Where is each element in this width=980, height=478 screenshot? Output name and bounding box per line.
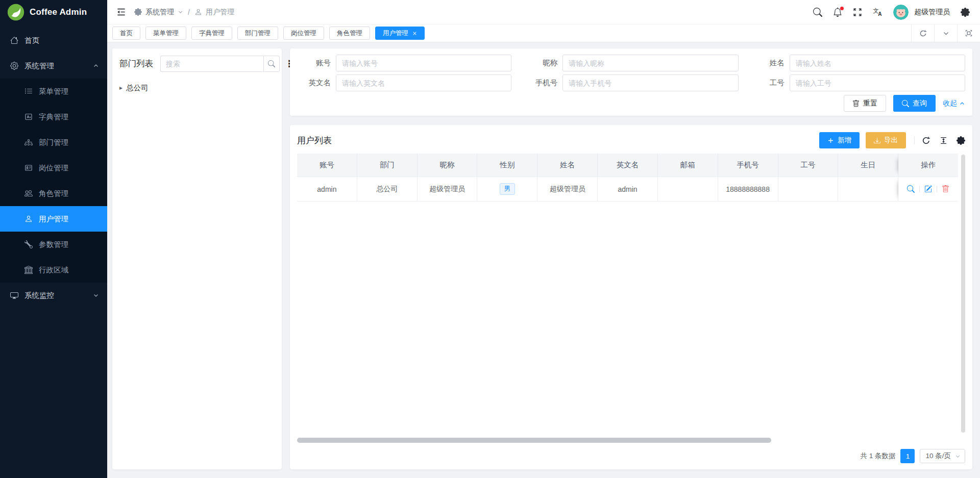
table-vertical-scrollbar[interactable] xyxy=(961,155,965,433)
settings-button[interactable] xyxy=(961,8,970,17)
sidebar-collapse-button[interactable] xyxy=(116,7,126,17)
tab-dept-management[interactable]: 部门管理 xyxy=(237,27,278,40)
column-settings-button[interactable] xyxy=(957,136,965,145)
department-search-button[interactable] xyxy=(263,56,280,72)
dictionary-icon xyxy=(24,113,33,121)
language-switch-button[interactable]: 文A xyxy=(873,7,883,17)
collapse-label: 收起 xyxy=(943,99,957,108)
id-badge-icon xyxy=(24,164,33,172)
chevron-up-icon xyxy=(959,100,965,107)
name-input[interactable] xyxy=(790,55,965,71)
tab-role-management[interactable]: 角色管理 xyxy=(329,27,370,40)
tab-user-management[interactable]: 用户管理 xyxy=(375,27,425,40)
refresh-table-button[interactable] xyxy=(922,136,930,145)
field-label: 工号 xyxy=(751,78,790,88)
breadcrumb-page: 用户管理 xyxy=(206,8,234,17)
search-icon xyxy=(902,100,909,107)
edit-icon xyxy=(924,185,932,193)
pagination-total: 共 1 条数据 xyxy=(860,451,895,461)
menu-fold-icon xyxy=(116,7,126,17)
chevron-down-icon xyxy=(93,292,99,298)
tree-expand-caret-icon[interactable]: ▸ xyxy=(119,84,122,91)
tab-post-management[interactable]: 岗位管理 xyxy=(283,27,324,40)
sidebar-item-admin-region[interactable]: 行政区域 xyxy=(0,257,107,283)
add-user-button[interactable]: 新增 xyxy=(819,132,860,148)
sidebar-item-param-management[interactable]: 参数管理 xyxy=(0,232,107,257)
sidebar-item-user-management[interactable]: 用户管理 xyxy=(0,206,107,232)
page-size-select[interactable]: 10 条/页 xyxy=(920,449,965,463)
user-avatar[interactable] xyxy=(893,5,909,20)
sidebar-item-role-management[interactable]: 角色管理 xyxy=(0,181,107,206)
cell-dept: 总公司 xyxy=(357,177,418,202)
refresh-tab-button[interactable] xyxy=(911,24,934,42)
tree-node-root[interactable]: ▸ 总公司 xyxy=(119,80,275,95)
gear-icon xyxy=(10,62,18,70)
cell-birthday xyxy=(838,177,898,202)
row-density-button[interactable] xyxy=(939,136,948,145)
sidebar-item-menu-management[interactable]: 菜单管理 xyxy=(0,79,107,104)
table-empty-area xyxy=(297,202,958,437)
field-label: 手机号 xyxy=(524,78,562,88)
horizontal-scrollbar-thumb[interactable] xyxy=(297,438,771,443)
english-name-input[interactable] xyxy=(336,74,511,91)
cell-name: 超级管理员 xyxy=(537,177,598,202)
export-label: 导出 xyxy=(884,136,898,145)
download-icon xyxy=(874,137,880,144)
chevron-down-icon xyxy=(955,454,961,459)
phone-input[interactable] xyxy=(562,74,738,91)
pagination: 共 1 条数据 1 10 条/页 xyxy=(297,449,965,463)
maximize-content-button[interactable] xyxy=(957,24,980,42)
query-button[interactable]: 查询 xyxy=(893,95,936,112)
global-search-button[interactable] xyxy=(813,8,822,17)
reset-button[interactable]: 重置 xyxy=(844,95,886,112)
chevron-down-icon[interactable] xyxy=(178,9,183,15)
sidebar-item-dept-management[interactable]: 部门管理 xyxy=(0,130,107,155)
tab-list-dropdown-button[interactable] xyxy=(934,24,957,42)
table-horizontal-scrollbar xyxy=(297,438,965,443)
cell-account: admin xyxy=(297,177,357,202)
spring-leaf-logo-icon xyxy=(7,4,24,21)
sidebar-item-system-management[interactable]: 系统管理 xyxy=(0,53,107,79)
notification-badge xyxy=(840,7,844,10)
plus-icon xyxy=(827,137,834,144)
add-label: 新增 xyxy=(838,136,851,145)
tab-dict-management[interactable]: 字典管理 xyxy=(191,27,232,40)
app-title: Coffee Admin xyxy=(30,7,87,17)
column-header-account: 账号 xyxy=(297,154,357,177)
export-button[interactable]: 导出 xyxy=(866,132,906,148)
column-header-nickname: 昵称 xyxy=(418,154,478,177)
delete-icon xyxy=(942,185,949,193)
account-input[interactable] xyxy=(336,55,511,71)
sidebar-item-system-monitor[interactable]: 系统监控 xyxy=(0,283,107,308)
line-height-icon xyxy=(939,136,948,145)
sidebar-item-dict-management[interactable]: 字典管理 xyxy=(0,104,107,130)
org-chart-icon xyxy=(24,138,33,146)
tab-tools xyxy=(911,24,980,42)
pagination-page-1[interactable]: 1 xyxy=(900,449,915,463)
tab-menu-management[interactable]: 菜单管理 xyxy=(145,27,186,40)
user-list-header: 用户列表 新增 导出 xyxy=(297,131,965,149)
sidebar-item-post-management[interactable]: 岗位管理 xyxy=(0,155,107,181)
collapse-filters-link[interactable]: 收起 xyxy=(943,99,965,108)
view-row-button[interactable] xyxy=(907,185,915,193)
delete-row-button[interactable] xyxy=(942,185,949,193)
work-no-input[interactable] xyxy=(790,74,965,91)
department-search-input[interactable] xyxy=(160,56,263,72)
department-tree: ▸ 总公司 xyxy=(119,80,275,95)
nickname-input[interactable] xyxy=(562,55,738,71)
edit-row-button[interactable] xyxy=(924,185,932,193)
notifications-button[interactable] xyxy=(833,8,842,17)
tab-close-icon[interactable] xyxy=(412,31,417,36)
gender-tag: 男 xyxy=(500,183,516,195)
user-name[interactable]: 超级管理员 xyxy=(914,8,950,17)
tab-label: 用户管理 xyxy=(383,29,408,38)
form-item-english-name: 英文名 xyxy=(297,74,511,91)
breadcrumb: 系统管理 / 用户管理 xyxy=(134,8,234,17)
fullscreen-button[interactable] xyxy=(853,8,862,17)
column-header-phone: 手机号 xyxy=(718,154,778,177)
sidebar-item-home[interactable]: 首页 xyxy=(0,28,107,53)
monitor-icon xyxy=(10,291,18,299)
breadcrumb-section[interactable]: 系统管理 xyxy=(145,8,174,17)
user-table: 账号 部门 昵称 性别 姓名 英文名 邮箱 手机号 工号 生日 操作 admin… xyxy=(297,154,965,437)
tab-home[interactable]: 首页 xyxy=(112,27,140,40)
